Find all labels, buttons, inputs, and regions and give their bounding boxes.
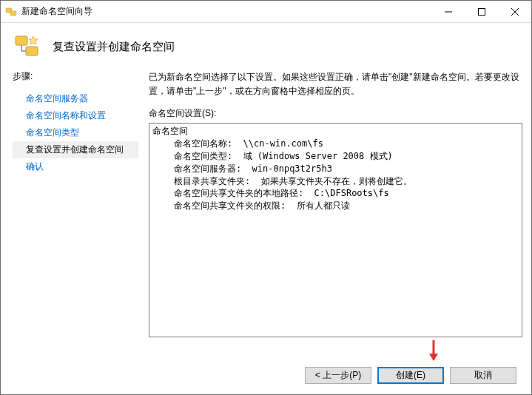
titlebar: 新建命名空间向导 (1, 1, 531, 23)
cancel-button[interactable]: 取消 (450, 367, 516, 384)
svg-rect-3 (478, 9, 485, 16)
window-controls (431, 1, 531, 22)
minimize-button[interactable] (431, 1, 465, 23)
previous-button[interactable]: < 上一步(P) (305, 367, 371, 384)
sidebar-header: 步骤: (13, 70, 138, 83)
sidebar-item-server[interactable]: 命名空间服务器 (13, 90, 138, 107)
app-icon (5, 6, 17, 18)
sidebar-item-type[interactable]: 命名空间类型 (13, 124, 138, 141)
steps-sidebar: 步骤: 命名空间服务器 命名空间名称和设置 命名空间类型 复查设置并创建命名空间… (13, 70, 138, 359)
wizard-icon (13, 32, 42, 61)
svg-rect-1 (10, 11, 16, 16)
footer: < 上一步(P) 创建(E) 取消 (1, 359, 531, 394)
instruction-text: 已为新命名空间选择了以下设置。如果这些设置正确，请单击"创建"新建命名空间。若要… (149, 70, 522, 98)
titlebar-title: 新建命名空间向导 (21, 5, 431, 18)
sidebar-item-review[interactable]: 复查设置并创建命名空间 (13, 141, 138, 158)
maximize-button[interactable] (465, 1, 498, 23)
create-button[interactable]: 创建(E) (377, 367, 444, 384)
header-section: 复查设置并创建命名空间 (1, 23, 531, 70)
svg-rect-6 (16, 36, 27, 45)
close-button[interactable] (498, 1, 531, 23)
page-title: 复查设置并创建命名空间 (53, 40, 175, 54)
settings-label: 命名空间设置(S): (149, 107, 522, 120)
svg-rect-7 (26, 47, 38, 55)
body-section: 步骤: 命名空间服务器 命名空间名称和设置 命名空间类型 复查设置并创建命名空间… (1, 70, 531, 359)
wizard-window: 新建命名空间向导 复查设置并创建命名空间 步骤 (0, 0, 532, 395)
content-panel: 已为新命名空间选择了以下设置。如果这些设置正确，请单击"创建"新建命名空间。若要… (138, 70, 522, 359)
sidebar-item-name-settings[interactable]: 命名空间名称和设置 (13, 107, 138, 124)
settings-textbox[interactable]: 命名空间 命名空间名称: \\cn-win.com\fs 命名空间类型: 域 (… (149, 123, 522, 337)
sidebar-item-confirm[interactable]: 确认 (13, 158, 138, 175)
